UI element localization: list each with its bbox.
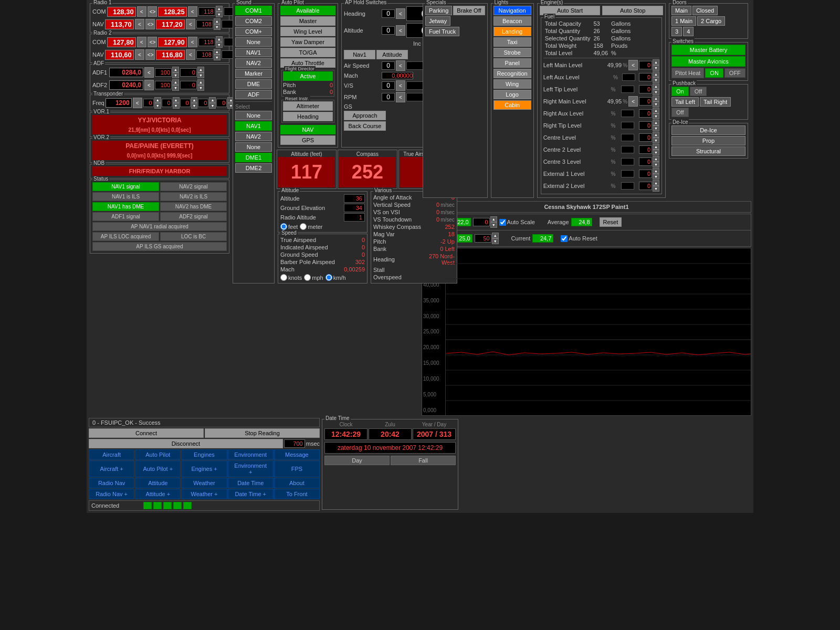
- ap-fd-active[interactable]: Active: [283, 71, 333, 81]
- master-battery-btn[interactable]: Master Battery: [671, 45, 746, 55]
- sound-nav2[interactable]: NAV2: [235, 58, 272, 68]
- radio1-com-standby[interactable]: [158, 7, 187, 17]
- fps-btn[interactable]: FPS: [274, 460, 320, 477]
- stop-reading-btn[interactable]: Stop Reading: [205, 428, 320, 438]
- sound-sel-nav1[interactable]: NAV1: [235, 121, 272, 131]
- light-landing-btn[interactable]: Landing: [494, 27, 531, 36]
- ap-rpm-val[interactable]: [382, 93, 395, 101]
- brake-off-btn[interactable]: Brake Off: [453, 6, 485, 15]
- sound-com-plus[interactable]: COM+: [235, 27, 272, 36]
- sound-none1[interactable]: None: [235, 37, 272, 47]
- door-main[interactable]: Main: [671, 6, 691, 15]
- ap-vs-val[interactable]: [382, 81, 395, 90]
- sound-sel-nav2[interactable]: NAV2: [235, 132, 272, 141]
- sound-com1[interactable]: COM1: [235, 6, 272, 15]
- auto-scale-label[interactable]: Auto Scale: [499, 219, 535, 226]
- kmh-radio[interactable]: [326, 274, 332, 281]
- ap-to-ga[interactable]: TO/GA: [280, 48, 335, 57]
- kmh-radio-label[interactable]: km/h: [326, 274, 346, 281]
- master-avionics-btn[interactable]: Master Avionics: [671, 56, 746, 67]
- light-beacon-btn[interactable]: Beacon: [494, 16, 531, 26]
- transponder-btn[interactable]: <: [133, 98, 142, 108]
- ap-mach-val[interactable]: [382, 72, 413, 79]
- auto-reset-label[interactable]: Auto Reset: [561, 235, 597, 242]
- feet-radio[interactable]: [280, 223, 287, 230]
- lm-arrow[interactable]: <: [628, 60, 638, 70]
- sound-sel-dme1[interactable]: DME1: [235, 153, 272, 162]
- environment-plus-btn[interactable]: Environment +: [228, 460, 274, 477]
- auto-pilot-plus-btn[interactable]: Auto Pilot +: [135, 460, 181, 477]
- ap-heading-arrow[interactable]: <: [396, 8, 405, 19]
- light-nav-btn[interactable]: Navigation: [494, 6, 531, 15]
- attitude-plus-btn[interactable]: Attitude +: [135, 489, 181, 499]
- sw-off-btn[interactable]: OFF: [724, 68, 746, 78]
- pushback-off[interactable]: Off: [690, 87, 707, 96]
- connect-btn[interactable]: Connect: [89, 428, 204, 438]
- adf1-value[interactable]: [109, 68, 143, 77]
- ap-nav[interactable]: NAV: [280, 125, 335, 134]
- engines-plus-btn[interactable]: Engines +: [181, 460, 227, 477]
- reset-btn[interactable]: Reset: [600, 217, 622, 227]
- weather-btn[interactable]: Weather: [181, 478, 227, 488]
- jetway-btn[interactable]: Jetway: [425, 16, 450, 26]
- environment-btn[interactable]: Environment: [228, 449, 274, 460]
- ap-airspeed-arrow[interactable]: <: [396, 60, 405, 71]
- auto-stop-btn[interactable]: Auto Stop: [602, 6, 663, 15]
- date-time-btn[interactable]: Date Time: [228, 478, 274, 488]
- radio-nav-plus-btn[interactable]: Radio Nav +: [89, 489, 134, 499]
- auto-pilot-btn[interactable]: Auto Pilot: [135, 449, 181, 460]
- radio2-nav-swap[interactable]: <>: [145, 49, 155, 60]
- sound-marker[interactable]: Marker: [235, 69, 272, 78]
- aircraft-btn[interactable]: Aircraft: [89, 449, 134, 460]
- light-wing-btn[interactable]: Wing: [494, 79, 531, 89]
- cur-val[interactable]: [532, 234, 553, 243]
- feet-radio-label[interactable]: feet: [280, 223, 298, 230]
- door-2cargo[interactable]: 2 Cargo: [697, 16, 725, 26]
- light-logo-btn[interactable]: Logo: [494, 90, 531, 99]
- meter-radio-label[interactable]: meter: [300, 223, 322, 230]
- radio1-com-active[interactable]: [107, 7, 136, 17]
- pushback-on[interactable]: On: [671, 87, 689, 96]
- auto-scale-cb[interactable]: [499, 219, 506, 226]
- radio1-nav-left[interactable]: <: [135, 19, 144, 29]
- sound-sel-none[interactable]: None: [235, 111, 272, 120]
- light-strobe-btn[interactable]: Strobe: [494, 48, 531, 57]
- attitude-btn[interactable]: Attitude: [135, 478, 181, 488]
- radio2-nav-left[interactable]: <: [135, 49, 144, 60]
- knots-radio[interactable]: [280, 274, 287, 281]
- disconnect-btn[interactable]: Disconnect: [89, 439, 283, 448]
- adf2-btn[interactable]: <: [144, 80, 154, 90]
- avg-val[interactable]: [571, 218, 592, 226]
- prop-btn[interactable]: Prop: [671, 136, 746, 145]
- adf1-btn[interactable]: <: [144, 67, 154, 78]
- ap-master[interactable]: Master: [280, 16, 335, 26]
- parking-btn[interactable]: Parking: [425, 6, 452, 15]
- door-1main[interactable]: 1 Main: [671, 16, 696, 26]
- radio1-com-right[interactable]: <: [188, 6, 197, 17]
- light-cabin-btn[interactable]: Cabin: [494, 100, 531, 110]
- ap-wing-level[interactable]: Wing Level: [280, 27, 335, 36]
- radio-nav-btn[interactable]: Radio Nav: [89, 478, 134, 488]
- door-4[interactable]: 4: [683, 27, 694, 36]
- tail-right-btn[interactable]: Tail Right: [700, 97, 731, 107]
- radio2-nav-right[interactable]: <: [186, 49, 195, 60]
- radio2-com-active[interactable]: [107, 37, 136, 47]
- radio2-nav-standby[interactable]: [156, 50, 185, 60]
- structural-btn[interactable]: Structural: [671, 146, 746, 156]
- pushback-off2[interactable]: Off: [671, 108, 688, 117]
- engines-tab-btn[interactable]: Engines: [181, 449, 227, 460]
- ap-approach[interactable]: Approach: [344, 111, 386, 120]
- radio2-com-right[interactable]: <: [188, 37, 197, 47]
- radio1-nav-active[interactable]: [105, 19, 134, 29]
- ap-altitude-arrow[interactable]: <: [396, 25, 405, 36]
- ap-attitude-btn[interactable]: Attitude: [376, 50, 408, 59]
- light-panel-btn[interactable]: Panel: [494, 58, 531, 68]
- about-btn[interactable]: About: [274, 478, 320, 488]
- sound-dme[interactable]: DME: [235, 79, 272, 89]
- radio2-com-standby[interactable]: [158, 37, 187, 47]
- transponder-freq[interactable]: [106, 98, 132, 108]
- ap-altitude-val[interactable]: [382, 26, 395, 35]
- radio1-nav-swap[interactable]: <>: [145, 19, 155, 29]
- sound-adf[interactable]: ADF: [235, 90, 272, 99]
- to-front-btn[interactable]: To Front: [274, 489, 320, 499]
